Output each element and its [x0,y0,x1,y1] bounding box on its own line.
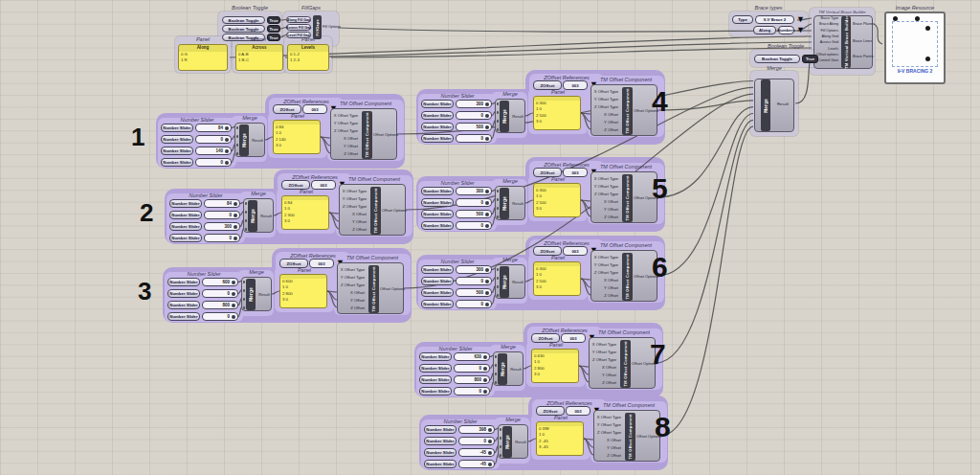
panel[interactable]: 0 841 02 3003 0 [281,195,329,230]
merge-input-grip[interactable] [495,373,498,375]
number-slider[interactable]: 0 [454,364,490,373]
number-slider[interactable]: 0 [454,387,490,396]
slider-knob[interactable] [485,280,489,283]
number-slider[interactable]: 398 [458,425,495,434]
merge-input-grip[interactable] [500,437,502,440]
number-slider-label[interactable]: Number Slider [161,158,193,167]
number-slider-label[interactable]: Number Slider [419,375,452,384]
merge-input-grip[interactable] [497,111,500,114]
toggle-value[interactable]: True [802,55,818,63]
number-slider[interactable]: 0 [204,211,240,219]
number-slider-label[interactable]: Number Slider [169,199,202,208]
number-slider[interactable]: 0 [456,221,492,230]
panel[interactable]: 0 3001 02 5003 0 [533,261,581,296]
merge-input-grip[interactable] [497,285,500,288]
slider-knob[interactable] [485,125,489,129]
number-slider-label[interactable]: Number Slider [421,277,454,285]
builder-name-bar[interactable]: TM Vertical Brace Builder [841,16,851,68]
merge-output[interactable]: Result [508,366,523,373]
merge-input-grip[interactable] [497,294,500,297]
fillgaps-input[interactable]: Along Fill Gap [286,16,311,23]
zoffset-value[interactable]: 003 [563,246,588,256]
boolean-toggle[interactable]: Boolean Toggle [222,25,265,33]
tm-output[interactable]: Offset Options [373,131,397,138]
number-slider[interactable]: 0 [204,234,240,242]
number-slider-label[interactable]: Number Slider [161,135,193,144]
number-slider-label[interactable]: Number Slider [421,288,454,297]
tm-offset-component[interactable]: X Offset TypeY Offset TypeZ Offset TypeX… [590,250,657,302]
slider-knob[interactable] [488,463,492,466]
merge-input-grip[interactable] [497,102,500,105]
number-slider[interactable]: -45 [458,460,495,468]
number-slider[interactable]: 0 [456,198,492,207]
number-slider[interactable]: 0 [458,437,495,445]
merge-input-grip[interactable] [243,306,246,309]
merge-component[interactable]: MergeResult [498,424,528,459]
merge-input-grip[interactable] [495,364,498,367]
number-slider[interactable]: -45 [458,448,495,457]
number-slider-label[interactable]: Number Slider [421,300,454,308]
slider-knob[interactable] [485,268,489,272]
slider-knob[interactable] [232,304,235,307]
zoffset-value[interactable]: 003 [561,333,586,343]
tm-output[interactable]: Offset Options [382,207,406,214]
boolean-toggle[interactable]: Boolean Toggle [222,16,265,24]
merge-output[interactable]: Result [513,439,528,445]
merge-component[interactable]: MergeResult [495,99,525,133]
tm-output[interactable]: Offset Options [380,285,404,292]
slider-knob[interactable] [232,292,235,296]
slider-knob[interactable] [225,161,229,165]
zoffset-value[interactable]: 003 [563,80,588,90]
zoffset-label[interactable]: ZOffset [531,333,560,343]
number-slider-label[interactable]: Number Slider [421,100,454,108]
slider-knob[interactable] [483,367,487,371]
merge-input-grip[interactable] [497,190,500,192]
merge-input-grip[interactable] [497,207,500,210]
number-slider[interactable]: 140 [195,147,232,155]
number-slider-label[interactable]: Number Slider [419,352,452,361]
tm-offset-component[interactable]: X Offset TypeY Offset TypeZ Offset TypeX… [589,337,656,389]
merge-output[interactable]: Result [258,213,274,219]
merge-input-grip[interactable] [497,128,500,131]
number-slider-label[interactable]: Number Slider [169,211,202,219]
slider-knob[interactable] [483,378,487,382]
slider-knob[interactable] [488,451,492,455]
panel[interactable]: 0 3001 02 5003 0 [533,183,581,217]
number-slider-label[interactable]: Number Slider [424,460,457,468]
number-slider[interactable]: 0 [195,158,232,167]
number-slider-label[interactable]: Number Slider [421,221,454,230]
zoffset-label[interactable]: ZOffset [533,168,562,177]
merge-input-grip[interactable] [245,228,248,231]
panel[interactable]: 0 841 02 1403 0 [273,120,321,154]
slider-knob[interactable] [485,137,489,141]
merge-input-grip[interactable] [236,144,239,147]
slider-knob[interactable] [225,138,229,142]
number-slider[interactable]: 800 [202,301,238,309]
panel[interactable]: 0 3981 02 -453 -45 [536,421,584,456]
merge-input-grip[interactable] [497,120,500,123]
slider-knob[interactable] [485,114,489,118]
number-slider-label[interactable]: Number Slider [424,425,457,434]
zoffset-value[interactable]: 003 [311,180,336,190]
zoffset-value[interactable]: 003 [302,104,327,114]
slider-knob[interactable] [225,149,229,153]
number-slider[interactable]: 300 [456,100,492,108]
panel[interactable]: 0 3001 02 5003 0 [533,96,581,130]
merge-input-grip[interactable] [245,219,248,222]
number-slider[interactable]: 800 [454,375,490,384]
number-slider-label[interactable]: Number Slider [419,364,452,373]
tm-offset-component[interactable]: X Offset TypeY Offset TypeZ Offset TypeX… [593,410,660,462]
merge-input-grip[interactable] [500,445,502,448]
fillgaps-output[interactable]: Fill Options [323,24,338,31]
slider-knob[interactable] [234,225,237,229]
merge-output[interactable]: Result [510,279,525,285]
builder-output[interactable]: Brace Points [853,54,873,60]
zoffset-value[interactable]: 003 [309,259,334,268]
panel-along[interactable]: Along 0 G 1 R [178,44,228,71]
number-slider[interactable]: 600 [202,278,238,286]
panel-levels[interactable]: Levels 0 1-2 1 2-3 [287,44,329,71]
number-slider[interactable]: 0 [456,134,492,143]
slider-knob[interactable] [483,390,487,394]
value-list-selection[interactable]: 9-V Brace 2 [755,15,794,24]
zoffset-label[interactable]: ZOffset [533,246,562,256]
